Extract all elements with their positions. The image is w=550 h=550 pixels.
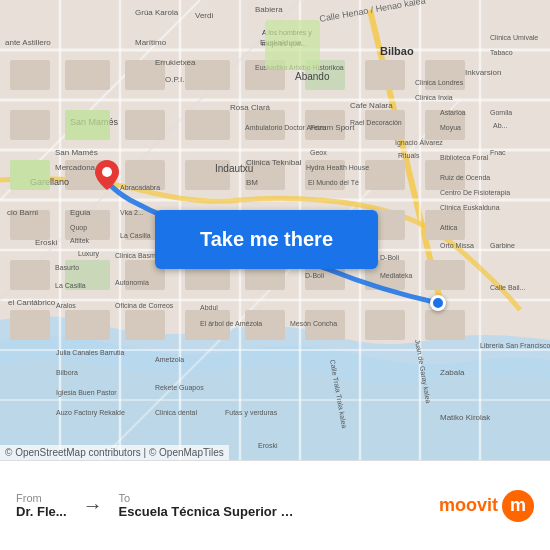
svg-text:San Mamés: San Mamés [55, 148, 98, 157]
svg-text:Auzo Factory Rekalde: Auzo Factory Rekalde [56, 409, 125, 417]
svg-text:Clinica Londres: Clinica Londres [415, 79, 464, 86]
svg-text:Matiko Kirolak: Matiko Kirolak [440, 413, 491, 422]
svg-text:Abracadabra: Abracadabra [120, 184, 160, 191]
svg-rect-53 [10, 260, 50, 290]
svg-text:Ruiz de Ocenda: Ruiz de Ocenda [440, 174, 490, 181]
svg-text:Errukietxea: Errukietxea [155, 58, 196, 67]
svg-text:Ab...: Ab... [493, 122, 507, 129]
svg-text:El árbol de Amézola: El árbol de Amézola [200, 320, 262, 327]
moovit-icon: m [502, 490, 534, 522]
to-label: To [119, 492, 299, 504]
moovit-text: moovit [439, 495, 498, 516]
svg-text:Babiera: Babiera [255, 5, 283, 14]
svg-text:Inkvarsion: Inkvarsion [465, 68, 501, 77]
svg-text:Quop: Quop [70, 224, 87, 232]
svg-text:Medlateka: Medlateka [380, 272, 412, 279]
svg-text:Clinica Inxia: Clinica Inxia [415, 94, 453, 101]
svg-text:Marítimo: Marítimo [135, 38, 167, 47]
svg-text:Geox: Geox [310, 149, 327, 156]
svg-text:Eguia: Eguia [70, 208, 91, 217]
svg-text:Biblioteca Foral: Biblioteca Foral [440, 154, 489, 161]
svg-text:Basurto: Basurto [55, 264, 79, 271]
svg-rect-67 [365, 310, 405, 340]
svg-text:Ametzola: Ametzola [155, 356, 184, 363]
svg-text:Clinica Umivale: Clinica Umivale [490, 34, 538, 41]
svg-text:Calle Bail...: Calle Bail... [490, 284, 525, 291]
svg-text:Vka 2...: Vka 2... [120, 209, 144, 216]
svg-rect-22 [65, 60, 110, 90]
route-arrow-container: → [77, 494, 109, 517]
svg-text:Fnac: Fnac [490, 149, 506, 156]
svg-text:El Mundo del Té: El Mundo del Té [308, 179, 359, 186]
svg-text:D-Boli: D-Boli [305, 272, 325, 279]
svg-text:Moyua: Moyua [440, 124, 461, 132]
svg-text:Ignacio Álvarez: Ignacio Álvarez [395, 138, 443, 147]
svg-text:Rosa Clará: Rosa Clará [230, 103, 271, 112]
svg-text:Abando: Abando [295, 71, 330, 82]
svg-text:Centro De Fisioterapia: Centro De Fisioterapia [440, 189, 510, 197]
svg-text:Clinica dental: Clinica dental [155, 409, 197, 416]
svg-text:Oficina de Correos: Oficina de Correos [115, 302, 174, 309]
svg-text:Bilbao: Bilbao [380, 45, 414, 57]
route-to: To Escuela Técnica Superior De Ingeniero… [119, 492, 299, 519]
svg-text:Garbine: Garbine [490, 242, 515, 249]
svg-text:Iglesia Buen Pastor: Iglesia Buen Pastor [56, 389, 117, 397]
from-name: Dr. Fle... [16, 504, 67, 519]
svg-text:Gomila: Gomila [490, 109, 512, 116]
svg-rect-29 [10, 110, 50, 140]
svg-text:Autonomía: Autonomía [115, 279, 149, 286]
from-label: From [16, 492, 67, 504]
svg-rect-63 [125, 310, 165, 340]
svg-text:Astarloa: Astarloa [440, 109, 466, 116]
map-attribution: © OpenStreetMap contributors | © OpenMap… [0, 445, 229, 460]
map-container: Calle Henao / Henao kalea Bilbao Abando … [0, 0, 550, 460]
svg-text:Eroski: Eroski [258, 442, 278, 449]
button-overlay: Take me there [155, 210, 378, 269]
svg-rect-155 [265, 20, 320, 70]
to-name: Escuela Técnica Superior De Ingenieros I… [119, 504, 299, 519]
svg-rect-31 [125, 110, 165, 140]
svg-text:Rituals: Rituals [398, 152, 420, 159]
moovit-letter: m [510, 495, 526, 516]
svg-text:cio Barni: cio Barni [7, 208, 38, 217]
svg-text:Hydra Health House: Hydra Health House [306, 164, 369, 172]
svg-text:Rael Decoración: Rael Decoración [350, 119, 402, 126]
svg-text:Tabaco: Tabaco [490, 49, 513, 56]
svg-text:La Casilla: La Casilla [55, 282, 86, 289]
svg-text:Mesón Concha: Mesón Concha [290, 320, 337, 327]
origin-pin [95, 160, 119, 190]
svg-rect-27 [365, 60, 405, 90]
arrow-icon: → [77, 494, 109, 517]
svg-text:el Cantábrico: el Cantábrico [8, 298, 56, 307]
svg-text:Bilbora: Bilbora [56, 369, 78, 376]
destination-dot [430, 295, 446, 311]
svg-text:La Casilla: La Casilla [120, 232, 151, 239]
svg-text:Aralos: Aralos [56, 302, 76, 309]
svg-text:Julia Canales Barrutia: Julia Canales Barrutia [56, 349, 125, 356]
svg-point-158 [102, 167, 112, 177]
route-from: From Dr. Fle... [16, 492, 67, 519]
svg-text:Grúa Karola: Grúa Karola [135, 8, 179, 17]
svg-text:Cafe Nalara: Cafe Nalara [350, 101, 393, 110]
svg-text:Forum Sport: Forum Sport [310, 123, 355, 132]
svg-rect-61 [10, 310, 50, 340]
take-me-there-button[interactable]: Take me there [155, 210, 378, 269]
svg-text:Rekete Guapos: Rekete Guapos [155, 384, 204, 392]
svg-text:Verdi: Verdi [195, 11, 213, 20]
svg-text:Futas y verduras: Futas y verduras [225, 409, 278, 417]
svg-rect-21 [10, 60, 50, 90]
svg-text:D-Boli: D-Boli [380, 254, 400, 261]
svg-text:Clinica Teknibal: Clinica Teknibal [246, 158, 302, 167]
svg-text:Librería San Francisco Imprent: Librería San Francisco Imprenta [480, 342, 550, 350]
svg-rect-68 [425, 310, 465, 340]
svg-text:BM: BM [246, 178, 258, 187]
svg-text:Mercadona: Mercadona [55, 163, 96, 172]
svg-text:Abdul: Abdul [200, 304, 218, 311]
svg-rect-62 [65, 310, 110, 340]
svg-text:Luxury: Luxury [78, 250, 100, 258]
svg-text:ante Astillero: ante Astillero [5, 38, 51, 47]
svg-rect-32 [185, 110, 230, 140]
svg-rect-43 [365, 160, 405, 190]
svg-rect-156 [65, 110, 110, 140]
svg-rect-157 [10, 160, 50, 190]
